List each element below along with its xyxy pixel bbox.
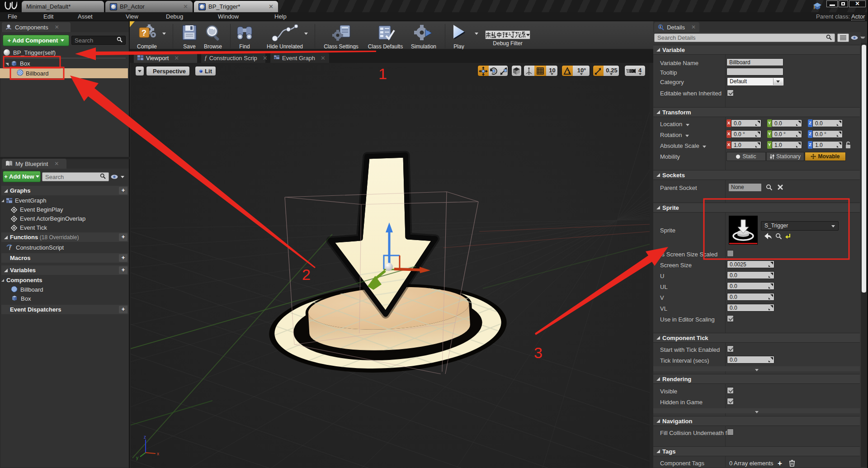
svg-text:y: y — [136, 455, 138, 460]
svg-text:x: x — [157, 451, 159, 456]
svg-text:i: i — [660, 25, 660, 29]
svg-text:z: z — [144, 435, 146, 440]
svg-text:?: ? — [142, 28, 146, 38]
